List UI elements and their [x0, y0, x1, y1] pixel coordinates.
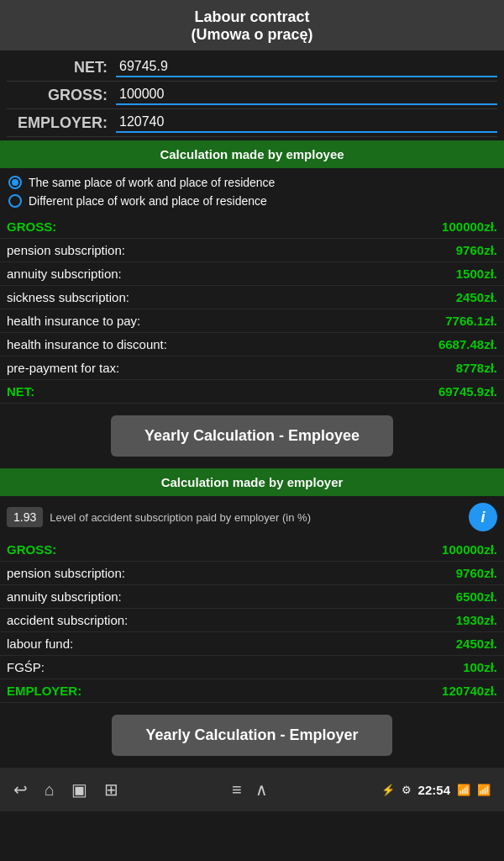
table-row: FGŚP:100zł. [0, 656, 504, 679]
table-row: accident subscription:1930zł. [0, 609, 504, 632]
calc-label: pre-payment for tax: [7, 361, 119, 375]
radio-same-place-label: The same place of work and place of resi… [29, 176, 275, 189]
net-label: NET: [7, 59, 116, 77]
calc-label: NET: [7, 384, 34, 399]
up-icon[interactable]: ∧ [255, 779, 268, 800]
accident-label: Level of accident subscription paid by e… [50, 511, 462, 524]
app-header: Labour contract (Umowa o pracę) [0, 0, 504, 50]
gross-row: GROSS: [7, 82, 497, 109]
calc-label: GROSS: [7, 542, 56, 557]
calc-value: 9760zł. [456, 243, 497, 257]
nav-bar: ↩ ⌂ ▣ ⊞ ≡ ∧ ⚡ ⚙ 22:54 📶 📶 [0, 768, 504, 811]
net-row: NET: [7, 54, 497, 82]
input-section: NET: GROSS: EMPLOYER: [0, 50, 504, 140]
calc-value: 6500zł. [456, 589, 497, 604]
calc-value: 100zł. [463, 660, 497, 674]
calc-value: 1500zł. [456, 267, 497, 281]
gross-label: GROSS: [7, 87, 116, 104]
calc-value: 6687.48zł. [438, 337, 497, 351]
employer-label: EMPLOYER: [7, 114, 116, 132]
info-icon[interactable]: i [469, 503, 497, 531]
table-row: labour fund:2450zł. [0, 632, 504, 656]
recents-icon[interactable]: ▣ [71, 779, 87, 800]
table-row: NET:69745.9zł. [0, 380, 504, 404]
net-input[interactable] [116, 57, 497, 77]
gross-input[interactable] [116, 85, 497, 105]
nav-icons-left: ↩ ⌂ ▣ ⊞ [13, 779, 118, 800]
table-row: EMPLOYER:120740zł. [0, 679, 504, 703]
radio-different-place-btn[interactable] [8, 194, 22, 208]
table-row: sickness subscription:2450zł. [0, 286, 504, 309]
employee-section-header: Calculation made by employee [0, 140, 504, 168]
home-icon[interactable]: ⌂ [45, 780, 55, 800]
settings-icon: ⚙ [402, 784, 412, 796]
status-time: 22:54 [418, 783, 450, 797]
yearly-employer-button[interactable]: Yearly Calculation - Employer [112, 715, 391, 756]
table-row: pension subscription:9760zł. [0, 562, 504, 585]
calc-label: GROSS: [7, 219, 56, 234]
calc-value: 100000zł. [442, 542, 497, 557]
calc-label: annuity subscription: [7, 267, 122, 281]
accident-value: 1.93 [7, 507, 43, 527]
yearly-employee-container: Yearly Calculation - Employee [0, 404, 504, 468]
calc-value: 120740zł. [442, 684, 497, 698]
table-row: pre-payment for tax:8778zł. [0, 357, 504, 380]
employer-row: EMPLOYER: [7, 109, 497, 137]
radio-different-place-label: Different place of work and place of res… [29, 194, 267, 208]
yearly-employer-container: Yearly Calculation - Employer [0, 703, 504, 768]
calc-value: 9760zł. [456, 566, 497, 580]
nav-center: ≡ ∧ [232, 779, 268, 800]
calc-value: 69745.9zł. [438, 384, 497, 399]
radio-different-place[interactable]: Different place of work and place of res… [8, 192, 496, 210]
table-row: health insurance to discount:6687.48zł. [0, 333, 504, 357]
calc-value: 100000zł. [442, 219, 497, 234]
table-row: annuity subscription:6500zł. [0, 585, 504, 609]
employer-section-header: Calculation made by employer [0, 468, 504, 496]
calc-label: labour fund: [7, 637, 73, 651]
menu-icon[interactable]: ≡ [232, 780, 242, 800]
calc-label: sickness subscription: [7, 290, 129, 304]
table-row: GROSS:100000zł. [0, 215, 504, 239]
table-row: GROSS:100000zł. [0, 538, 504, 562]
table-row: annuity subscription:1500zł. [0, 262, 504, 286]
signal-icon: 📶 [477, 784, 491, 796]
grid-icon[interactable]: ⊞ [104, 779, 118, 800]
calc-label: FGŚP: [7, 660, 45, 674]
radio-same-place-btn[interactable] [8, 176, 22, 189]
radio-section: The same place of work and place of resi… [0, 168, 504, 215]
nav-icons-right: ⚡ ⚙ 22:54 📶 📶 [381, 783, 491, 797]
calc-label: annuity subscription: [7, 589, 122, 604]
calc-label: pension subscription: [7, 243, 125, 257]
calc-label: accident subscription: [7, 613, 128, 627]
employee-calc-table: GROSS:100000zł.pension subscription:9760… [0, 215, 504, 404]
accident-info-row: 1.93 Level of accident subscription paid… [0, 496, 504, 538]
calc-value: 2450zł. [456, 637, 497, 651]
table-row: health insurance to pay:7766.1zł. [0, 309, 504, 333]
calc-label: health insurance to discount: [7, 337, 167, 351]
wifi-icon: 📶 [457, 784, 470, 796]
radio-same-place[interactable]: The same place of work and place of resi… [8, 173, 496, 192]
calc-value: 2450zł. [456, 290, 497, 304]
employer-calc-table: GROSS:100000zł.pension subscription:9760… [0, 538, 504, 703]
calc-label: health insurance to pay: [7, 314, 140, 328]
header-title: Labour contract (Umowa o pracę) [0, 8, 504, 44]
back-icon[interactable]: ↩ [13, 779, 28, 800]
calc-value: 1930zł. [456, 613, 497, 627]
yearly-employee-button[interactable]: Yearly Calculation - Employee [111, 415, 393, 457]
calc-value: 8778zł. [456, 361, 497, 375]
calc-label: EMPLOYER: [7, 684, 81, 698]
table-row: pension subscription:9760zł. [0, 239, 504, 262]
charging-icon: ⚡ [381, 784, 395, 796]
calc-value: 7766.1zł. [445, 314, 497, 328]
employer-input[interactable] [116, 113, 497, 133]
calc-label: pension subscription: [7, 566, 125, 580]
